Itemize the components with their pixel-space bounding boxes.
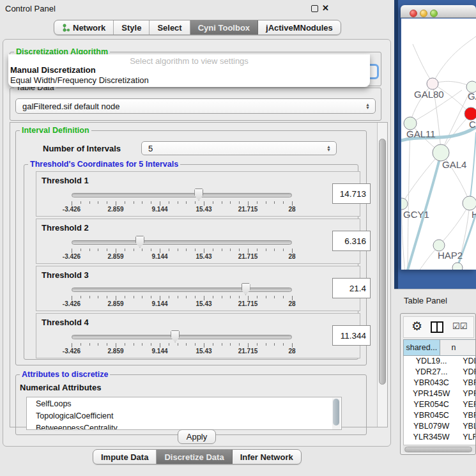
cell-name[interactable]: YBL0 [459, 421, 476, 432]
slider-axis-labels: -3.4262.8599.14415.4321.71528 [72, 348, 292, 356]
apply-button[interactable]: Apply [178, 429, 216, 444]
threshold-2-slider[interactable]: -3.4262.8599.14415.4321.71528 [72, 234, 292, 263]
cell-shared-name[interactable]: YDL19... [404, 356, 459, 367]
number-of-intervals-combobox[interactable]: 5 ▲▼ [141, 141, 337, 155]
tick-mark [230, 249, 231, 251]
cell-shared-name[interactable]: YBR043C [404, 378, 459, 388]
cell-shared-name[interactable]: YBR045C [404, 410, 459, 421]
cell-name[interactable]: YDR2 [459, 367, 476, 378]
tick-mark [266, 296, 266, 298]
network-canvas[interactable]: GAL80GACGAL11GAL4GCY1HHAP2 [401, 19, 476, 270]
threshold-row-4: Threshold 4 -3.4262.8599.14415.4321.7152… [36, 313, 360, 358]
slider-thumb[interactable] [194, 188, 203, 201]
table-row[interactable]: YLR345WYLR3 [404, 432, 476, 443]
slider-track[interactable] [72, 335, 292, 339]
settings-vertical-scrollbar[interactable] [377, 123, 387, 427]
attribute-item[interactable]: SelfLoops [27, 397, 341, 410]
settings-scrollbar-thumb[interactable] [379, 139, 386, 385]
cell-shared-name[interactable]: YPR145W [404, 388, 459, 399]
top-tab-bar: Network Style Select Cyni Toolbox jActiv… [54, 20, 341, 35]
network-node-gal11[interactable] [404, 117, 417, 130]
tab-select[interactable]: Select [150, 20, 190, 35]
threshold-3-value-field[interactable]: 21.4 [332, 278, 371, 298]
attributes-list-scrollbar[interactable] [332, 398, 341, 430]
slider-thumb[interactable] [242, 283, 250, 295]
columns-icon[interactable] [431, 321, 443, 333]
attributes-scrollbar-thumb[interactable] [333, 399, 339, 426]
threshold-2-value-field[interactable]: 6.316 [332, 231, 371, 251]
tab-style[interactable]: Style [114, 20, 150, 35]
tab-impute-data[interactable]: Impute Data [93, 450, 157, 464]
column-header-name[interactable]: n [440, 339, 476, 356]
zoom-traffic-light-icon[interactable] [430, 10, 438, 17]
tick-mark [151, 249, 151, 251]
cell-name[interactable]: YPR1 [459, 388, 476, 399]
slider-thumb[interactable] [171, 330, 180, 342]
table-row[interactable]: YBR045CYBR0 [404, 410, 476, 421]
slider-track[interactable] [72, 193, 292, 197]
table-panel-header: Table Panel [394, 289, 476, 311]
table-row[interactable]: YBL079WYBL0 [404, 421, 476, 432]
minimize-traffic-light-icon[interactable] [420, 10, 427, 17]
tick-mark [283, 296, 284, 298]
tick-mark [195, 343, 196, 346]
cell-name[interactable]: YDL1 [459, 356, 476, 367]
table-row[interactable]: YDL19...YDL1 [404, 356, 476, 367]
axis-tick-label: 9.144 [151, 206, 167, 213]
network-node-h[interactable] [463, 196, 476, 210]
network-node-c[interactable] [464, 107, 476, 120]
attribute-item[interactable]: TopologicalCoefficient [27, 410, 341, 422]
network-node[interactable] [452, 263, 463, 270]
cell-name[interactable]: YLR3 [459, 432, 476, 443]
table-row[interactable]: YER054CYER0 [404, 399, 476, 410]
algorithm-option[interactable]: Equal Width/Frequency Discretization [8, 75, 370, 86]
threshold-3-label: Threshold 3 [42, 270, 89, 280]
tick-mark [178, 343, 178, 346]
close-icon[interactable]: ✕ [322, 3, 329, 13]
threshold-4-slider[interactable]: -3.4262.8599.14415.4321.71528 [72, 329, 292, 357]
slider-track[interactable] [72, 240, 292, 245]
close-traffic-light-icon[interactable] [410, 10, 417, 17]
table-horizontal-scrollbar[interactable] [403, 445, 476, 452]
slider-track[interactable] [72, 288, 292, 292]
tick-mark [142, 201, 142, 204]
table-data-combobox[interactable]: galFiltered.sif default node ▲▼ [15, 98, 376, 114]
axis-tick-label: 15.43 [196, 348, 211, 355]
threshold-1-slider[interactable]: -3.4262.8599.14415.4321.71528 [72, 187, 292, 215]
network-node-gal80[interactable] [427, 78, 438, 89]
threshold-4-value-field[interactable]: 11.344 [332, 325, 371, 346]
network-graph: GAL80GACGAL11GAL4GCY1HHAP2 [401, 19, 476, 270]
tick-mark [222, 249, 222, 251]
tab-infer-network[interactable]: Infer Network [233, 450, 301, 464]
cell-shared-name[interactable]: YLR345W [404, 432, 459, 443]
threshold-3-slider[interactable]: -3.4262.8599.14415.4321.71528 [72, 282, 292, 310]
network-node-gcy1[interactable] [401, 198, 408, 210]
tick-mark [134, 296, 134, 298]
tab-infer-network-label: Infer Network [240, 452, 293, 462]
table-row[interactable]: YPR145WYPR1 [404, 388, 476, 399]
table-hscrollbar-thumb[interactable] [404, 447, 472, 452]
cell-name[interactable]: YBR0 [459, 378, 476, 388]
select-checkboxes-icon[interactable]: ☑☑ [452, 321, 467, 331]
cell-name[interactable]: YBR0 [459, 410, 476, 421]
tick-mark [230, 343, 231, 346]
cell-shared-name[interactable]: YBL079W [404, 421, 459, 432]
slider-thumb[interactable] [135, 236, 144, 248]
tab-network[interactable]: Network [54, 20, 114, 35]
tab-discretize-data[interactable]: Discretize Data [157, 450, 232, 464]
table-panel-title: Table Panel [404, 296, 447, 305]
cell-shared-name[interactable]: YDR27... [404, 367, 459, 378]
cell-name[interactable]: YER0 [459, 399, 476, 410]
column-header-shared-name[interactable]: shared... [403, 339, 440, 356]
numerical-attributes-list[interactable]: SelfLoopsTopologicalCoefficientBetweenne… [26, 397, 342, 430]
gear-icon[interactable]: ⚙ [411, 319, 422, 334]
threshold-1-value-field[interactable]: 14.713 [332, 183, 371, 204]
tick-mark [195, 201, 196, 204]
cell-shared-name[interactable]: YER054C [404, 399, 459, 410]
algorithm-option[interactable]: Manual Discretization [8, 65, 370, 75]
tab-jactivemnodules[interactable]: jActiveMNodules [258, 20, 341, 35]
table-row[interactable]: YBR043CYBR0 [404, 378, 476, 388]
table-row[interactable]: YDR27...YDR2 [404, 367, 476, 378]
float-window-icon[interactable] [311, 5, 318, 12]
tab-cyni-toolbox[interactable]: Cyni Toolbox [190, 20, 258, 35]
